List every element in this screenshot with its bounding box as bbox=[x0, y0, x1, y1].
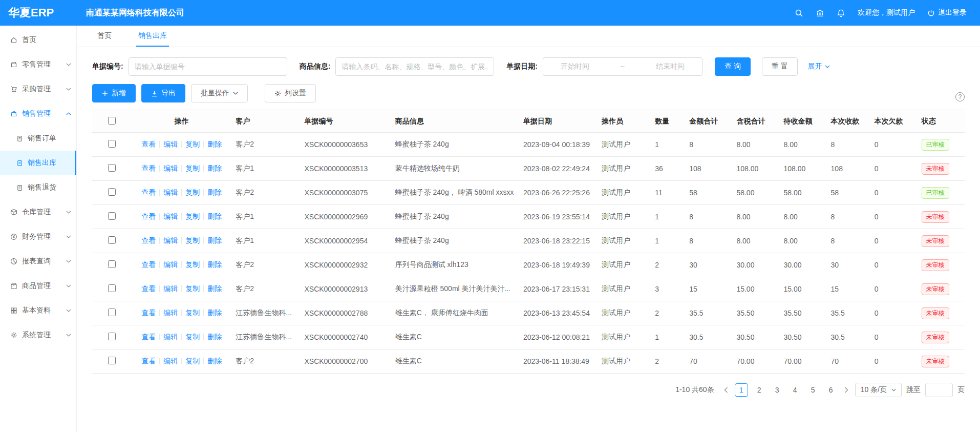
receivable-cell: 15.00 bbox=[779, 277, 826, 301]
sidebar-item-warehouse[interactable]: 仓库管理 bbox=[0, 200, 76, 224]
sidebar-item-sales[interactable]: 销售管理 bbox=[0, 101, 76, 126]
material-cell: 蜂蜜柚子茶 240g， 啤酒 580ml xxsxx bbox=[391, 181, 519, 205]
bell-icon[interactable] bbox=[837, 9, 845, 17]
delete-link[interactable]: 删除 bbox=[207, 284, 222, 293]
page-number-4[interactable]: 4 bbox=[789, 383, 802, 397]
delete-link[interactable]: 删除 bbox=[207, 164, 222, 172]
copy-link[interactable]: 复制 bbox=[185, 333, 200, 341]
row-checkbox[interactable] bbox=[108, 212, 116, 220]
copy-link[interactable]: 复制 bbox=[185, 164, 200, 172]
page-number-1[interactable]: 1 bbox=[735, 383, 748, 397]
delete-link[interactable]: 删除 bbox=[207, 357, 222, 365]
copy-link[interactable]: 复制 bbox=[185, 284, 200, 293]
divider bbox=[181, 285, 182, 292]
copy-link[interactable]: 复制 bbox=[185, 308, 200, 317]
copy-link[interactable]: 复制 bbox=[185, 140, 200, 148]
delete-link[interactable]: 删除 bbox=[207, 236, 222, 244]
edit-link[interactable]: 编辑 bbox=[163, 333, 178, 341]
edit-link[interactable]: 编辑 bbox=[163, 308, 178, 317]
bank-icon[interactable] bbox=[816, 9, 824, 17]
row-checkbox[interactable] bbox=[108, 308, 116, 316]
jump-page-input[interactable] bbox=[925, 383, 953, 397]
delete-link[interactable]: 删除 bbox=[207, 212, 222, 220]
search-button[interactable]: 查 询 bbox=[715, 57, 751, 76]
date-range-picker[interactable]: 开始时间 ~ 结束时间 bbox=[543, 57, 702, 76]
view-link[interactable]: 查看 bbox=[141, 284, 156, 293]
next-page-button[interactable] bbox=[842, 385, 850, 395]
header-tax-total: 含税合计 bbox=[732, 110, 779, 133]
sidebar-item-finance[interactable]: 财务管理 bbox=[0, 224, 76, 249]
view-link[interactable]: 查看 bbox=[141, 308, 156, 317]
expand-link[interactable]: 展开 bbox=[808, 62, 830, 71]
row-checkbox[interactable] bbox=[108, 188, 116, 196]
reset-button[interactable]: 重 置 bbox=[762, 57, 798, 76]
search-icon[interactable] bbox=[795, 9, 803, 17]
sidebar-item-retail[interactable]: 零售管理 bbox=[0, 52, 76, 77]
sidebar-item-system[interactable]: 系统管理 bbox=[0, 323, 76, 347]
sidebar-item-purchase[interactable]: 采购管理 bbox=[0, 77, 76, 101]
edit-link[interactable]: 编辑 bbox=[163, 188, 178, 196]
view-link[interactable]: 查看 bbox=[141, 212, 156, 220]
sidebar-item-reports[interactable]: 报表查询 bbox=[0, 249, 76, 274]
view-link[interactable]: 查看 bbox=[141, 260, 156, 269]
copy-link[interactable]: 复制 bbox=[185, 188, 200, 196]
edit-link[interactable]: 编辑 bbox=[163, 260, 178, 269]
copy-link[interactable]: 复制 bbox=[185, 260, 200, 269]
delete-link[interactable]: 删除 bbox=[207, 308, 222, 317]
edit-link[interactable]: 编辑 bbox=[163, 284, 178, 293]
page-number-6[interactable]: 6 bbox=[824, 383, 838, 397]
sidebar-item-home[interactable]: 首页 bbox=[0, 28, 76, 52]
page-number-5[interactable]: 5 bbox=[806, 383, 820, 397]
row-checkbox[interactable] bbox=[108, 357, 116, 364]
page-number-3[interactable]: 3 bbox=[771, 383, 784, 397]
received-cell: 30 bbox=[827, 253, 870, 277]
copy-link[interactable]: 复制 bbox=[185, 236, 200, 244]
sidebar-item-sales-order[interactable]: 销售订单 bbox=[0, 126, 76, 151]
edit-link[interactable]: 编辑 bbox=[163, 236, 178, 244]
delete-link[interactable]: 删除 bbox=[207, 260, 222, 269]
select-all-checkbox[interactable] bbox=[108, 117, 116, 125]
status-badge: 未审核 bbox=[922, 211, 949, 223]
sidebar-item-sales-return[interactable]: 销售退货 bbox=[0, 175, 76, 200]
row-checkbox[interactable] bbox=[108, 284, 116, 292]
tab-sales-outbound[interactable]: 销售出库 bbox=[136, 26, 169, 47]
page-size-select[interactable]: 10 条/页 bbox=[855, 383, 902, 397]
sidebar-item-basic-data[interactable]: 基本资料 bbox=[0, 298, 76, 323]
prev-page-button[interactable] bbox=[722, 385, 730, 395]
help-icon[interactable]: ? bbox=[955, 92, 965, 101]
header-status: 状态 bbox=[918, 110, 965, 133]
view-link[interactable]: 查看 bbox=[141, 188, 156, 196]
edit-link[interactable]: 编辑 bbox=[163, 357, 178, 365]
delete-link[interactable]: 删除 bbox=[207, 188, 222, 196]
page-number-2[interactable]: 2 bbox=[753, 383, 766, 397]
logout-button[interactable]: 退出登录 bbox=[927, 8, 967, 17]
qty-cell: 11 bbox=[651, 181, 685, 205]
add-button[interactable]: 新增 bbox=[92, 84, 136, 102]
delete-link[interactable]: 删除 bbox=[207, 333, 222, 341]
tab-home[interactable]: 首页 bbox=[95, 26, 114, 47]
column-settings-button[interactable]: 列设置 bbox=[265, 84, 316, 102]
copy-link[interactable]: 复制 bbox=[185, 212, 200, 220]
view-link[interactable]: 查看 bbox=[141, 236, 156, 244]
edit-link[interactable]: 编辑 bbox=[163, 164, 178, 172]
view-link[interactable]: 查看 bbox=[141, 164, 156, 172]
export-button[interactable]: 导出 bbox=[141, 84, 185, 102]
bill-no-input[interactable] bbox=[129, 57, 287, 76]
material-input[interactable] bbox=[335, 57, 494, 76]
sidebar-item-sales-outbound[interactable]: 销售出库 bbox=[0, 151, 76, 175]
tax-total-cell: 35.50 bbox=[732, 301, 779, 325]
row-checkbox[interactable] bbox=[108, 236, 116, 244]
copy-link[interactable]: 复制 bbox=[185, 357, 200, 365]
view-link[interactable]: 查看 bbox=[141, 140, 156, 148]
row-checkbox[interactable] bbox=[108, 140, 116, 148]
row-checkbox[interactable] bbox=[108, 260, 116, 268]
row-checkbox[interactable] bbox=[108, 333, 116, 340]
edit-link[interactable]: 编辑 bbox=[163, 140, 178, 148]
view-link[interactable]: 查看 bbox=[141, 333, 156, 341]
delete-link[interactable]: 删除 bbox=[207, 140, 222, 148]
view-link[interactable]: 查看 bbox=[141, 357, 156, 365]
row-checkbox[interactable] bbox=[108, 164, 116, 172]
batch-actions-button[interactable]: 批量操作 bbox=[191, 84, 248, 102]
edit-link[interactable]: 编辑 bbox=[163, 212, 178, 220]
sidebar-item-goods[interactable]: 商品管理 bbox=[0, 274, 76, 298]
